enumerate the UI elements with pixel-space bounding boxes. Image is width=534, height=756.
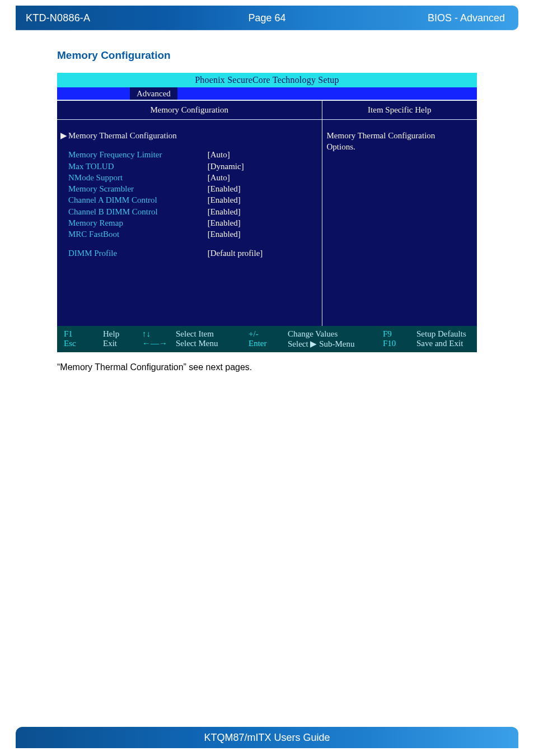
doc-header-bar: KTD-N0886-A Page 64 BIOS - Advanced — [16, 6, 518, 30]
setting-label: Max TOLUD — [60, 161, 208, 172]
bios-tab-bar: Advanced — [57, 87, 477, 100]
setting-dimm-profile[interactable]: DIMM Profile [Default profile] — [60, 248, 318, 259]
setting-memory-frequency-limiter[interactable]: Memory Frequency Limiter [Auto] — [60, 149, 318, 160]
legend-text-save-and-exit: Save and Exit — [416, 339, 463, 348]
legend-key-f1: F1 — [64, 329, 73, 339]
legend-text-setup-defaults: Setup Defaults — [416, 329, 466, 339]
doc-id: KTD-N0886-A — [26, 12, 90, 24]
legend-text-select-submenu: Select ▶ Sub-Menu — [288, 339, 354, 349]
figure-caption: “Memory Thermal Configuration” see next … — [0, 352, 534, 372]
setting-value: [Dynamic] — [208, 161, 318, 172]
setting-value: [Enabled] — [208, 194, 318, 206]
legend-key-leftright: ←—→ — [142, 339, 167, 348]
bios-key-legend: F1 Help ↑↓ Select Item +/- Change Values… — [57, 326, 477, 352]
help-line: Memory Thermal Configuration — [327, 130, 473, 141]
bios-panel-title-left: Memory Configuration — [57, 100, 322, 120]
setting-label: NMode Support — [60, 172, 208, 183]
page-number: Page 64 — [248, 12, 285, 24]
setting-label: Memory Remap — [60, 217, 208, 228]
setting-label: Channel A DIMM Control — [60, 194, 208, 206]
setting-channel-a-dimm-control[interactable]: Channel A DIMM Control [Enabled] — [60, 194, 318, 206]
section-title: Memory Configuration — [0, 30, 534, 73]
setting-value: [Enabled] — [208, 206, 318, 217]
bios-screenshot: Phoenix SecureCore Technology Setup Adva… — [57, 73, 477, 352]
help-line: Options. — [327, 141, 473, 152]
tab-advanced[interactable]: Advanced — [130, 87, 177, 100]
triangle-right-icon: ▶ — [60, 130, 68, 141]
legend-key-enter: Enter — [249, 339, 266, 348]
doc-footer-bar: KTQM87/mITX Users Guide — [16, 727, 518, 748]
bios-panel-title-right: Item Specific Help — [322, 100, 477, 120]
setting-memory-scrambler[interactable]: Memory Scrambler [Enabled] — [60, 183, 318, 194]
setting-channel-b-dimm-control[interactable]: Channel B DIMM Control [Enabled] — [60, 206, 318, 217]
setting-memory-remap[interactable]: Memory Remap [Enabled] — [60, 217, 318, 228]
submenu-memory-thermal-configuration[interactable]: ▶ Memory Thermal Configuration — [60, 130, 318, 141]
legend-text-select-item: Select Item — [176, 329, 214, 339]
setting-label: Memory Frequency Limiter — [60, 149, 208, 160]
setting-value: [Enabled] — [208, 228, 318, 240]
setting-value: [Auto] — [208, 149, 318, 160]
legend-key-f9: F9 — [383, 329, 392, 339]
setting-label: Channel B DIMM Control — [60, 206, 208, 217]
setting-label: Memory Scrambler — [60, 183, 208, 194]
setting-value: [Enabled] — [208, 183, 318, 194]
legend-text-help: Help — [103, 329, 119, 339]
item-specific-help: Memory Thermal Configuration Options. — [322, 120, 477, 153]
legend-key-esc: Esc — [64, 339, 76, 348]
spacer — [60, 240, 318, 248]
setting-value: [Default profile] — [208, 248, 318, 259]
submenu-label: Memory Thermal Configuration — [68, 130, 177, 141]
setting-nmode-support[interactable]: NMode Support [Auto] — [60, 172, 318, 183]
setting-max-tolud[interactable]: Max TOLUD [Dynamic] — [60, 161, 318, 172]
setting-label: DIMM Profile — [60, 248, 208, 259]
legend-text-change-values: Change Values — [288, 329, 338, 339]
setting-value: [Auto] — [208, 172, 318, 183]
spacer — [60, 141, 318, 149]
bios-setup-title: Phoenix SecureCore Technology Setup — [57, 73, 477, 87]
doc-section: BIOS - Advanced — [428, 12, 505, 24]
legend-text-select-menu: Select Menu — [176, 339, 218, 348]
legend-text-exit: Exit — [103, 339, 117, 348]
legend-key-plusminus: +/- — [249, 329, 259, 339]
setting-value: [Enabled] — [208, 217, 318, 228]
footer-title: KTQM87/mITX Users Guide — [204, 732, 330, 744]
setting-mrc-fastboot[interactable]: MRC FastBoot [Enabled] — [60, 228, 318, 240]
legend-key-updown: ↑↓ — [142, 329, 151, 339]
legend-key-f10: F10 — [383, 339, 396, 348]
setting-label: MRC FastBoot — [60, 228, 208, 240]
